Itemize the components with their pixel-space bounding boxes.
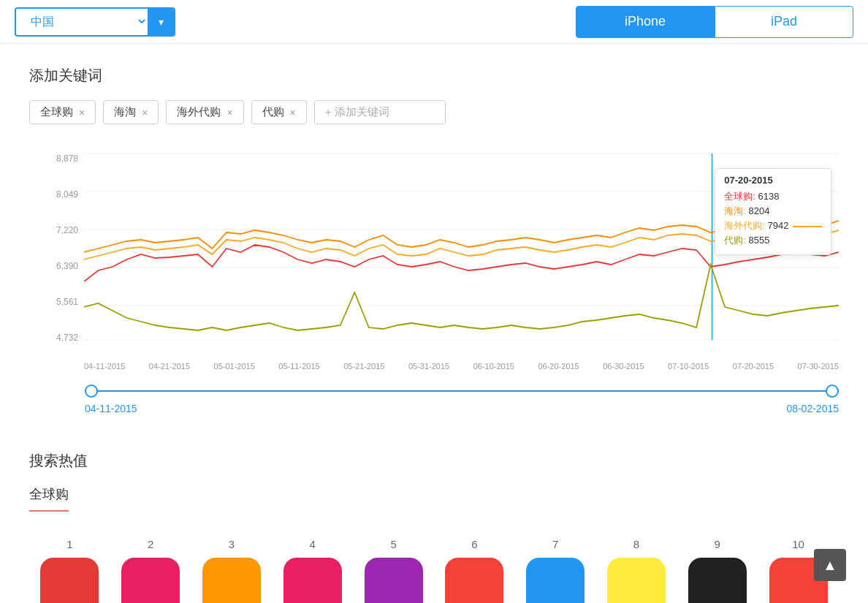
x-label-8: 06-30-2015 bbox=[603, 362, 644, 371]
slider-thumb-left[interactable] bbox=[85, 384, 98, 398]
country-select[interactable]: 中国 bbox=[16, 9, 148, 34]
slider-track bbox=[91, 390, 832, 392]
y-axis: 8,878 8,049 7,220 6,390 5,561 4,732 bbox=[29, 146, 84, 354]
slider-start-date: 04-11-2015 bbox=[85, 403, 137, 414]
x-label-5: 05-31-2015 bbox=[408, 362, 449, 371]
x-label-9: 07-10-2015 bbox=[668, 362, 709, 371]
rank-col-4: 4 bbox=[283, 538, 342, 603]
y-label-1: 8,049 bbox=[56, 189, 78, 200]
chart-container: 8,878 8,049 7,220 6,390 5,561 4,732 bbox=[29, 146, 839, 414]
x-label-3: 05-11-2015 bbox=[278, 362, 319, 371]
line-chart bbox=[84, 146, 839, 354]
slider-container: 04-11-2015 08-02-2015 bbox=[29, 384, 839, 414]
rank-num-5: 5 bbox=[390, 538, 396, 550]
slider-thumb-right[interactable] bbox=[826, 384, 839, 398]
search-heat-section: 搜索热值 全球购 1 2 3 4 bbox=[29, 451, 839, 603]
keywords-section-title: 添加关键词 bbox=[29, 66, 839, 86]
scroll-to-top-icon: ▲ bbox=[823, 557, 837, 574]
rank-col-3: 3 bbox=[202, 538, 261, 603]
rank-col-8: 8 bbox=[607, 538, 666, 603]
keyword-tag-label-3: 海外代购 bbox=[177, 105, 221, 119]
search-heat-title: 搜索热值 bbox=[29, 451, 839, 471]
device-toggle: iPhone iPad bbox=[576, 6, 853, 38]
rank-num-2: 2 bbox=[148, 538, 153, 550]
keyword-tag-remove-2[interactable]: × bbox=[142, 107, 148, 118]
keyword-tag-remove-3[interactable]: × bbox=[226, 107, 232, 118]
keyword-tag-4: 代购 × bbox=[251, 100, 307, 124]
slider-dates: 04-11-2015 08-02-2015 bbox=[85, 403, 839, 414]
x-label-11: 07-30-2015 bbox=[798, 362, 839, 371]
main-content: 添加关键词 全球购 × 海淘 × 海外代购 × 代购 × + 添加关键词 8,8… bbox=[0, 44, 868, 603]
keyword-tag-label-1: 全球购 bbox=[40, 105, 73, 119]
rank-col-5: 5 bbox=[365, 538, 423, 603]
add-keyword-button[interactable]: + 添加关键词 bbox=[314, 100, 446, 124]
x-label-4: 05-21-2015 bbox=[343, 362, 384, 371]
keyword-tag-remove-4[interactable]: × bbox=[290, 107, 296, 118]
app-icon-6 bbox=[445, 558, 503, 603]
app-icon-9 bbox=[688, 558, 747, 603]
rank-num-3: 3 bbox=[229, 538, 235, 550]
x-label-1: 04-21-2015 bbox=[149, 362, 190, 371]
app-icon-8 bbox=[607, 558, 666, 603]
y-label-3: 6,390 bbox=[56, 261, 78, 271]
rank-num-1: 1 bbox=[66, 538, 72, 550]
rank-num-10: 10 bbox=[792, 538, 804, 550]
keyword-tag-3: 海外代购 × bbox=[166, 100, 243, 124]
x-label-0: 04-11-2015 bbox=[84, 362, 125, 371]
keyword-tag-label-4: 代购 bbox=[262, 105, 284, 119]
y-label-2: 7,220 bbox=[56, 225, 78, 235]
keyword-tag-label-2: 海淘 bbox=[114, 105, 136, 119]
rank-col-6: 6 bbox=[445, 538, 503, 603]
app-icon-5 bbox=[365, 558, 423, 603]
y-label-0: 8,878 bbox=[56, 153, 78, 164]
country-select-wrap: 中国 ▾ bbox=[15, 7, 175, 37]
ipad-button[interactable]: iPad bbox=[715, 6, 853, 38]
chevron-down-icon: ▾ bbox=[159, 16, 164, 28]
x-label-6: 06-10-2015 bbox=[473, 362, 514, 371]
slider-end-date: 08-02-2015 bbox=[786, 403, 839, 414]
app-icon-7 bbox=[526, 558, 585, 603]
rank-num-8: 8 bbox=[633, 538, 639, 550]
x-label-10: 07-20-2015 bbox=[733, 362, 774, 371]
rank-row: 1 2 3 4 5 bbox=[29, 538, 839, 603]
keyword-group-label: 全球购 bbox=[29, 485, 69, 512]
keyword-group: 全球购 1 2 3 4 bbox=[29, 485, 839, 603]
scroll-to-top-button[interactable]: ▲ bbox=[814, 549, 846, 581]
rank-num-6: 6 bbox=[471, 538, 477, 550]
rank-num-9: 9 bbox=[715, 538, 720, 550]
rank-num-4: 4 bbox=[310, 538, 316, 550]
rank-col-9: 9 bbox=[688, 538, 747, 603]
rank-col-1: 1 bbox=[40, 538, 99, 603]
x-label-2: 05-01-2015 bbox=[214, 362, 255, 371]
keyword-tag-remove-1[interactable]: × bbox=[79, 107, 85, 118]
x-axis: 04-11-2015 04-21-2015 05-01-2015 05-11-2… bbox=[84, 362, 839, 371]
iphone-button[interactable]: iPhone bbox=[576, 6, 715, 38]
app-icon-4 bbox=[283, 558, 342, 603]
header-bar: 中国 ▾ iPhone iPad bbox=[0, 0, 868, 44]
keyword-tag-1: 全球购 × bbox=[29, 100, 96, 124]
app-icon-2 bbox=[121, 558, 180, 603]
add-keyword-label: + 添加关键词 bbox=[325, 105, 389, 119]
y-label-4: 5,561 bbox=[56, 297, 78, 307]
country-dropdown-button[interactable]: ▾ bbox=[148, 9, 174, 35]
y-label-5: 4,732 bbox=[56, 333, 78, 343]
app-icon-1 bbox=[40, 558, 99, 603]
keyword-tags-container: 全球购 × 海淘 × 海外代购 × 代购 × + 添加关键词 bbox=[29, 100, 839, 124]
keyword-tag-2: 海淘 × bbox=[103, 100, 159, 124]
app-icon-3 bbox=[202, 558, 261, 603]
rank-col-2: 2 bbox=[121, 538, 180, 603]
slider-track-wrap bbox=[85, 384, 839, 398]
x-label-7: 06-20-2015 bbox=[538, 362, 579, 371]
rank-num-7: 7 bbox=[552, 538, 558, 550]
rank-col-7: 7 bbox=[526, 538, 585, 603]
